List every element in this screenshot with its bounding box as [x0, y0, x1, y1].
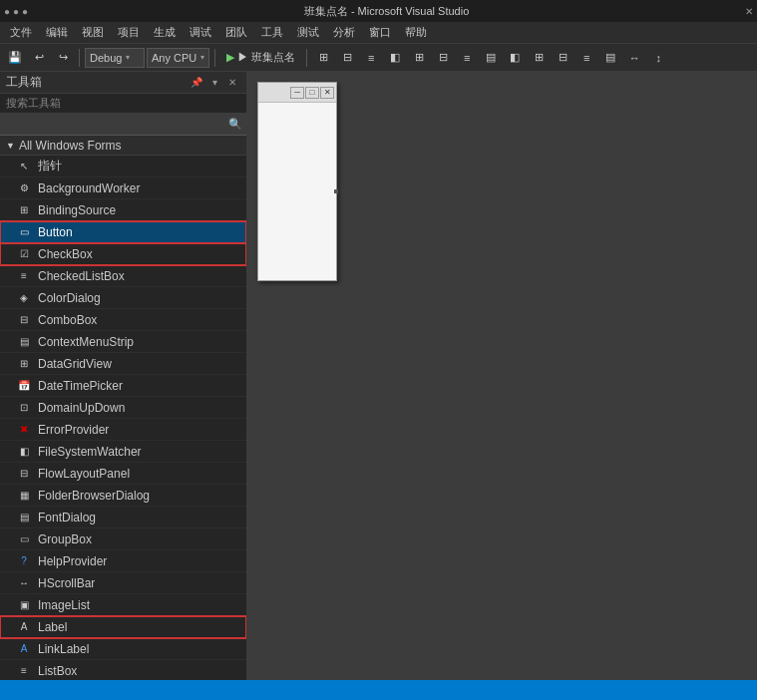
- toolbar-btn-4[interactable]: ◧: [384, 47, 406, 69]
- tool-item-listbox[interactable]: ≡ListBox: [0, 660, 246, 682]
- menu-project[interactable]: 项目: [112, 23, 146, 42]
- menu-window[interactable]: 窗口: [363, 23, 397, 42]
- tool-icon-pointer: ↖: [16, 159, 32, 175]
- tool-item-bindingsource[interactable]: ⊞BindingSource: [0, 199, 246, 221]
- search-input[interactable]: [4, 119, 226, 131]
- tool-label-datagridview: DataGridView: [38, 357, 112, 371]
- tool-icon-font: ▤: [16, 510, 32, 525]
- tool-label-label: Label: [38, 620, 67, 634]
- tool-icon-button: ▭: [16, 224, 32, 240]
- title-bar-icons: ● ● ●: [4, 6, 28, 17]
- toolbar-sep-3: [306, 49, 307, 67]
- tool-icon-linklabel: A: [16, 641, 32, 657]
- toolbar-btn-10[interactable]: ⊞: [528, 47, 550, 69]
- menu-test[interactable]: 测试: [291, 23, 325, 42]
- tool-item-combobox[interactable]: ⊟ComboBox: [0, 309, 246, 331]
- menu-debug[interactable]: 调试: [184, 23, 217, 42]
- run-label: ▶ 班集点名: [237, 50, 295, 65]
- tool-item-backgroundworker[interactable]: ⚙BackgroundWorker: [0, 177, 246, 199]
- tool-item-contextmenustrip[interactable]: ▤ContextMenuStrip: [0, 331, 246, 353]
- toolbar-btn-8[interactable]: ▤: [480, 47, 502, 69]
- tool-label-fontdialog: FontDialog: [38, 511, 96, 525]
- form-anchor: [334, 189, 338, 193]
- menu-help[interactable]: 帮助: [399, 23, 433, 42]
- panel-dropdown-icon[interactable]: ▾: [206, 75, 222, 91]
- toolbar-btn-15[interactable]: ↕: [647, 47, 669, 69]
- tool-icon-group: ▭: [16, 531, 32, 547]
- tool-item-checkedlistbox[interactable]: ≡CheckedListBox: [0, 265, 246, 287]
- debug-config-dropdown[interactable]: Debug ▾: [85, 48, 145, 68]
- toolbar-btn-9[interactable]: ◧: [504, 47, 526, 69]
- toolbar-run[interactable]: ▶ ▶ 班集点名: [220, 47, 301, 69]
- tool-label-combobox: ComboBox: [38, 313, 97, 327]
- toolbar-btn-6[interactable]: ⊟: [432, 47, 454, 69]
- tool-item-指针[interactable]: ↖指针: [0, 156, 246, 177]
- toolbar-btn-14[interactable]: ↔: [623, 47, 645, 69]
- panel-close-icon[interactable]: ✕: [224, 75, 240, 91]
- toolbar-redo[interactable]: ↪: [52, 47, 74, 69]
- tool-item-checkbox[interactable]: ☑CheckBox: [0, 243, 246, 265]
- tool-item-datagridview[interactable]: ⊞DataGridView: [0, 353, 246, 375]
- toolbox-content[interactable]: ▼ All Windows Forms ↖指针⚙BackgroundWorker…: [0, 136, 246, 700]
- menu-view[interactable]: 视图: [76, 23, 110, 42]
- toolbar: 💾 ↩ ↪ Debug ▾ Any CPU ▾ ▶ ▶ 班集点名 ⊞ ⊟ ≡ ◧…: [0, 44, 757, 72]
- tool-item-colordialog[interactable]: ◈ColorDialog: [0, 287, 246, 309]
- tool-label-filesystemwatcher: FileSystemWatcher: [38, 445, 142, 459]
- tool-item-linklabel[interactable]: ALinkLabel: [0, 638, 246, 660]
- tool-icon-image: ▣: [16, 597, 32, 613]
- title-close-btn[interactable]: ✕: [745, 6, 753, 17]
- tool-label-listbox: ListBox: [38, 664, 77, 678]
- canvas-area: ─ □ ✕: [247, 72, 757, 700]
- toolbar-btn-7[interactable]: ≡: [456, 47, 478, 69]
- toolbar-btn-2[interactable]: ⊟: [336, 47, 358, 69]
- toolbar-save[interactable]: 💾: [4, 47, 26, 69]
- tool-icon-combo: ⊟: [16, 312, 32, 328]
- tool-item-helpprovider[interactable]: ?HelpProvider: [0, 550, 246, 572]
- tool-label-colordialog: ColorDialog: [38, 291, 101, 305]
- tool-icon-checkedlist: ≡: [16, 268, 32, 284]
- form-minimize-btn[interactable]: ─: [290, 87, 304, 99]
- toolbar-btn-5[interactable]: ⊞: [408, 47, 430, 69]
- tool-label-errorprovider: ErrorProvider: [38, 423, 109, 437]
- pin-icon[interactable]: 📌: [189, 75, 204, 91]
- menu-edit[interactable]: 编辑: [40, 23, 74, 42]
- toolbar-btn-1[interactable]: ⊞: [312, 47, 334, 69]
- category-header[interactable]: ▼ All Windows Forms: [0, 136, 246, 156]
- tool-icon-domain: ⊡: [16, 400, 32, 416]
- tool-icon-folder: ▦: [16, 488, 32, 504]
- cpu-dropdown[interactable]: Any CPU ▾: [147, 48, 209, 68]
- menu-team[interactable]: 团队: [219, 23, 253, 42]
- tool-item-errorprovider[interactable]: ✖ErrorProvider: [0, 419, 246, 441]
- tool-item-datetimepicker[interactable]: 📅DateTimePicker: [0, 375, 246, 397]
- toolbar-undo[interactable]: ↩: [28, 47, 50, 69]
- tool-item-flowlayoutpanel[interactable]: ⊟FlowLayoutPanel: [0, 463, 246, 485]
- form-close-btn[interactable]: ✕: [320, 87, 334, 99]
- toolbar-sep-2: [214, 49, 215, 67]
- toolbar-btn-3[interactable]: ≡: [360, 47, 382, 69]
- menu-build[interactable]: 生成: [148, 23, 182, 42]
- menu-tools[interactable]: 工具: [255, 23, 289, 42]
- tool-item-groupbox[interactable]: ▭GroupBox: [0, 528, 246, 550]
- form-body[interactable]: [258, 103, 336, 280]
- tool-icon-error: ✖: [16, 422, 32, 438]
- tool-item-filesystemwatcher[interactable]: ◧FileSystemWatcher: [0, 441, 246, 463]
- tool-item-imagelist[interactable]: ▣ImageList: [0, 594, 246, 616]
- menu-file[interactable]: 文件: [4, 23, 38, 42]
- tool-item-button[interactable]: ▭Button: [0, 221, 246, 243]
- menu-analyze[interactable]: 分析: [327, 23, 361, 42]
- tool-item-fontdialog[interactable]: ▤FontDialog: [0, 507, 246, 528]
- tool-item-domainupdown[interactable]: ⊡DomainUpDown: [0, 397, 246, 419]
- menu-bar: 文件 编辑 视图 项目 生成 调试 团队 工具 测试 分析 窗口 帮助: [0, 22, 757, 44]
- tool-icon-help: ?: [16, 553, 32, 569]
- tool-item-label[interactable]: ALabel: [0, 616, 246, 638]
- tool-item-hscrollbar[interactable]: ↔HScrollBar: [0, 572, 246, 594]
- panel-search: 🔍: [0, 114, 246, 136]
- form-maximize-btn[interactable]: □: [305, 87, 319, 99]
- tool-label-checkbox: CheckBox: [38, 247, 93, 261]
- toolbar-btn-12[interactable]: ≡: [575, 47, 597, 69]
- toolbar-btn-11[interactable]: ⊟: [552, 47, 573, 69]
- tool-label-backgroundworker: BackgroundWorker: [38, 181, 141, 195]
- toolbar-btn-13[interactable]: ▤: [599, 47, 621, 69]
- tool-label-imagelist: ImageList: [38, 598, 90, 612]
- tool-item-folderbrowserdialog[interactable]: ▦FolderBrowserDialog: [0, 485, 246, 507]
